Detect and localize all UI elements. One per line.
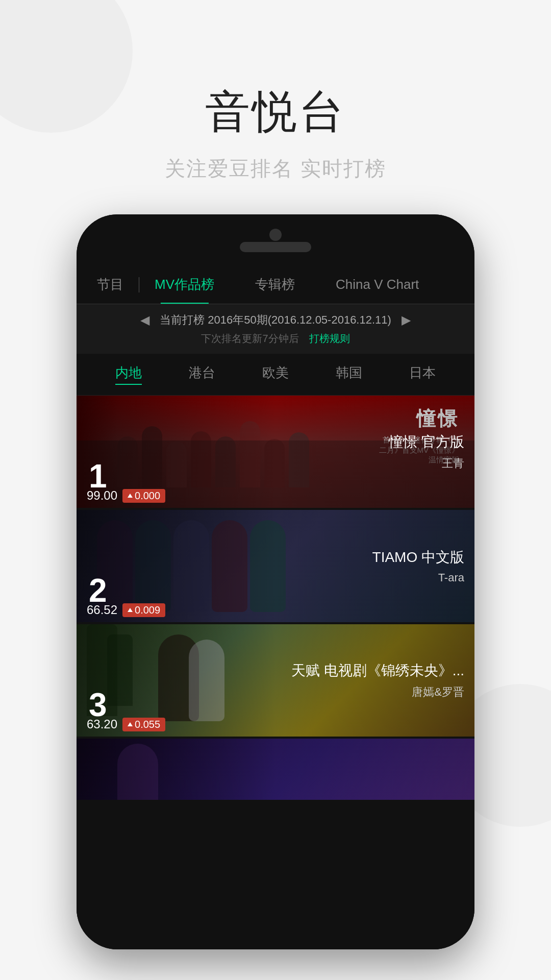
- item1-score-row: 99.00 0.000: [87, 488, 165, 503]
- phone-frame: 节目 MV作品榜 专辑榜 China V Chart ◀ 当前打榜 2016年5…: [77, 214, 474, 949]
- nav-divider: [139, 277, 139, 292]
- item3-change: 0.055: [122, 718, 165, 731]
- item2-artist: T-ara: [372, 571, 464, 584]
- item2-score: 66.52: [87, 603, 117, 617]
- phone-top-bar: [77, 214, 474, 265]
- chart-item-4[interactable]: [77, 739, 474, 800]
- period-prev-button[interactable]: ◀: [140, 313, 149, 327]
- tab-album[interactable]: 专辑榜: [245, 265, 305, 304]
- chart-item-2[interactable]: 2 66.52 0.009 TIAMO 中文版 T-ara: [77, 510, 474, 622]
- app-subtitle: 关注爱豆排名 实时打榜: [0, 155, 551, 183]
- tab-china-v-chart[interactable]: China V Chart: [325, 265, 429, 304]
- item2-title: TIAMO 中文版: [372, 548, 464, 567]
- rules-link[interactable]: 打榜规则: [309, 332, 350, 346]
- item3-score-row: 63.20 0.055: [87, 717, 165, 731]
- item1-change: 0.000: [122, 489, 165, 503]
- chart-item-1[interactable]: 憧憬 首张个人迷你专辑《十二月》首支MV《憧憬》温情官版 1 99.00 0.0…: [77, 396, 474, 508]
- region-western[interactable]: 欧美: [262, 364, 289, 385]
- phone-speaker: [240, 242, 311, 252]
- arrow-up-icon-2: [128, 608, 133, 612]
- item1-title: 憧憬 官方版: [389, 432, 464, 452]
- nav-tabs: 节目 MV作品榜 专辑榜 China V Chart: [77, 265, 474, 304]
- update-row: 下次排名更新7分钟后 打榜规则: [87, 328, 464, 350]
- period-text: 当前打榜 2016年50期(2016.12.05-2016.12.11): [160, 312, 391, 328]
- item3-artist: 唐嫣&罗晋: [291, 684, 464, 700]
- region-korea[interactable]: 韩国: [336, 364, 362, 385]
- item1-rank: 1: [89, 460, 107, 493]
- chart-item-3[interactable]: 3 63.20 0.055 天赋 电视剧《锦绣未央》... 唐嫣&罗晋: [77, 624, 474, 737]
- tab-programs[interactable]: 节目: [87, 265, 134, 304]
- arrow-up-icon: [128, 494, 133, 498]
- region-mainland[interactable]: 内地: [115, 364, 142, 385]
- item4-overlay: [77, 739, 474, 800]
- arrow-up-icon-3: [128, 722, 133, 726]
- item1-score: 99.00: [87, 488, 117, 503]
- phone-camera: [269, 229, 282, 241]
- region-tabs: 内地 港台 欧美 韩国 日本: [77, 354, 474, 396]
- item3-score: 63.20: [87, 717, 117, 731]
- item3-info: 天赋 电视剧《锦绣未央》... 唐嫣&罗晋: [291, 661, 464, 700]
- period-bar: ◀ 当前打榜 2016年50期(2016.12.05-2016.12.11) ▶…: [77, 304, 474, 354]
- item3-title: 天赋 电视剧《锦绣未央》...: [291, 661, 464, 680]
- period-nav: ◀ 当前打榜 2016年50期(2016.12.05-2016.12.11) ▶: [87, 312, 464, 328]
- item2-info: TIAMO 中文版 T-ara: [372, 548, 464, 584]
- region-hktw[interactable]: 港台: [189, 364, 215, 385]
- item1-artist: 王青: [389, 456, 464, 471]
- item3-rank: 3: [89, 689, 107, 721]
- region-japan[interactable]: 日本: [409, 364, 436, 385]
- item2-change: 0.009: [122, 603, 165, 617]
- phone-screen: 节目 MV作品榜 专辑榜 China V Chart ◀ 当前打榜 2016年5…: [77, 265, 474, 949]
- item2-rank: 2: [89, 574, 107, 607]
- phone-mockup: 节目 MV作品榜 专辑榜 China V Chart ◀ 当前打榜 2016年5…: [77, 214, 474, 949]
- tab-mv[interactable]: MV作品榜: [144, 265, 224, 304]
- period-next-button[interactable]: ▶: [402, 313, 411, 327]
- item2-score-row: 66.52 0.009: [87, 603, 165, 617]
- item1-info: 憧憬 官方版 王青: [389, 432, 464, 471]
- update-text: 下次排名更新7分钟后: [201, 332, 298, 346]
- chart-list: 憧憬 首张个人迷你专辑《十二月》首支MV《憧憬》温情官版 1 99.00 0.0…: [77, 396, 474, 800]
